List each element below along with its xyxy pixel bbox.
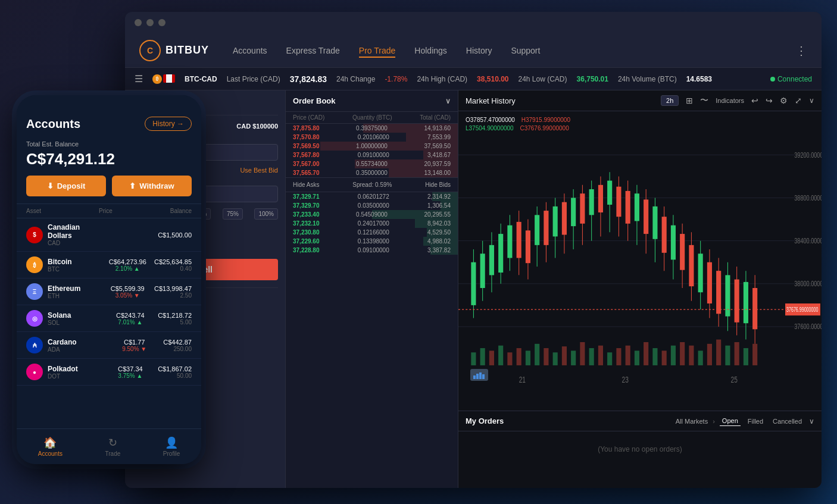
- sol-icon: ◎: [26, 310, 43, 327]
- svg-rect-85: [544, 348, 548, 365]
- nav-pro-trade[interactable]: Pro Trade: [359, 43, 395, 58]
- asset-row-cad[interactable]: $ Canadian Dollars CAD C$1,500.00: [17, 218, 201, 252]
- mobile-app: Accounts History → Total Est. Balance C$…: [17, 95, 201, 464]
- asset-row-btc[interactable]: ₿ Bitcoin BTC C$64,273.96 2.10% ▲ C$25,6…: [17, 252, 201, 278]
- asset-row-sol[interactable]: ◎ Solana SOL C$243.74 7.01% ▲ C$1,218.72…: [17, 305, 201, 332]
- asset-row-ada[interactable]: ₳ Cardano ADA C$1.77 9.50% ▼ C$442.87 25…: [17, 332, 201, 359]
- ask-row[interactable]: 37,570.80 0.20106000 7,553.99: [286, 133, 458, 142]
- bid-row[interactable]: 37,228.80 0.09100000 3,387.82: [286, 246, 458, 255]
- svg-rect-112: [473, 375, 476, 379]
- mobile-bottom-nav: 🏠 Accounts ↻ Trade 👤 Profile: [17, 428, 201, 464]
- maximize-btn[interactable]: [158, 19, 165, 26]
- chart-volume-icon: [470, 369, 488, 381]
- time-2h-btn[interactable]: 2h: [661, 95, 679, 106]
- nav-express-trade[interactable]: Express Trade: [286, 43, 340, 58]
- btc-balance-col: C$25,634.85 0.40: [154, 258, 192, 272]
- indicators-btn[interactable]: Indicators: [716, 97, 744, 104]
- nav-holdings[interactable]: Holdings: [414, 43, 446, 58]
- svg-rect-29: [553, 206, 558, 237]
- dot-balance-col: C$1,867.02 50.00: [158, 365, 192, 379]
- bid-row[interactable]: 37,230.80 0.12166000 4,529.50: [286, 228, 458, 237]
- mobile-withdraw-btn[interactable]: ⬆ Withdraw: [112, 176, 192, 196]
- fullscreen-icon[interactable]: ⤢: [795, 96, 802, 105]
- svg-rect-37: [589, 189, 594, 215]
- bid-row[interactable]: 37,232.10 0.24017000 8,942.03: [286, 219, 458, 228]
- dot-balance: C$1,867.02: [158, 365, 192, 372]
- svg-rect-33: [571, 198, 576, 226]
- bid-row[interactable]: 37,329.70 0.03500000 1,306.54: [286, 201, 458, 210]
- chart-type-icon[interactable]: ⊞: [686, 96, 693, 105]
- mobile-title: Accounts: [26, 117, 80, 131]
- bid-row[interactable]: 37,329.71 0.06201272 2,314.92: [286, 192, 458, 201]
- ada-name: Cardano: [48, 338, 105, 346]
- dot-price-col: C$37.34 3.75% ▲: [103, 365, 158, 379]
- svg-rect-39: [598, 185, 603, 212]
- chart-chevron[interactable]: ∨: [809, 96, 814, 105]
- svg-rect-113: [476, 374, 479, 379]
- hide-bids-btn[interactable]: Hide Bids: [425, 181, 451, 188]
- minimize-btn[interactable]: [146, 19, 154, 26]
- profile-nav-label: Profile: [163, 450, 180, 457]
- hamburger-icon[interactable]: ☰: [135, 73, 143, 84]
- dot-qty: 50.00: [158, 372, 192, 379]
- mobile-nav-accounts[interactable]: 🏠 Accounts: [38, 436, 63, 457]
- nav-accounts[interactable]: Accounts: [233, 43, 267, 58]
- nav-support[interactable]: Support: [511, 43, 540, 58]
- dot-price: C$37.34: [103, 365, 158, 372]
- mobile-nav-trade[interactable]: ↻ Trade: [105, 436, 121, 457]
- svg-text:37676.99000000: 37676.99000000: [786, 306, 818, 314]
- ticker-pair[interactable]: BTC-CAD: [185, 75, 217, 83]
- logo: C BITBUY: [139, 40, 209, 61]
- asset-row-eth[interactable]: Ξ Ethereum ETH C$5,599.39 3.05% ▼ C$13,9…: [17, 278, 201, 305]
- dot-change: 3.75% ▲: [103, 372, 158, 379]
- mobile-deposit-btn[interactable]: ⬇ Deposit: [26, 176, 106, 196]
- order-book-chevron[interactable]: ∨: [445, 97, 451, 105]
- close-btn[interactable]: [135, 19, 142, 26]
- svg-rect-31: [562, 202, 567, 235]
- tab-filled[interactable]: Filled: [745, 417, 766, 426]
- ask-row[interactable]: 37,565.70 0.35000000 13,148.00: [286, 168, 458, 177]
- hide-asks-btn[interactable]: Hide Asks: [293, 181, 319, 188]
- svg-rect-105: [725, 346, 730, 365]
- svg-rect-86: [553, 352, 558, 365]
- undo-icon[interactable]: ↩: [751, 96, 758, 105]
- profile-nav-icon: 👤: [165, 436, 178, 449]
- ob-col-qty: Quantity (BTC): [352, 114, 392, 121]
- nav-more-icon[interactable]: ⋮: [795, 43, 807, 58]
- svg-rect-114: [479, 372, 482, 379]
- ask-row[interactable]: 37,567.00 0.55734000 20,937.59: [286, 159, 458, 168]
- svg-rect-101: [689, 346, 694, 365]
- mobile-nav-profile[interactable]: 👤 Profile: [163, 436, 180, 457]
- btc-ticker: BTC: [48, 266, 101, 273]
- svg-rect-63: [707, 262, 712, 303]
- ask-row[interactable]: 37,569.50 1.00000000 37,569.50: [286, 142, 458, 151]
- svg-rect-27: [544, 211, 548, 245]
- tab-cancelled[interactable]: Cancelled: [770, 417, 804, 426]
- nav-history[interactable]: History: [466, 43, 492, 58]
- svg-text:38000.00000000: 38000.00000000: [794, 280, 822, 288]
- ticker-vol-value: 14.6583: [686, 75, 712, 83]
- redo-icon[interactable]: ↪: [766, 96, 773, 105]
- bid-row[interactable]: 37,233.40 0.54509000 20,295.55: [286, 210, 458, 219]
- orders-chevron[interactable]: ∨: [809, 417, 814, 425]
- nav-items: Accounts Express Trade Pro Trade Holding…: [233, 43, 795, 58]
- bid-row[interactable]: 37,229.60 0.13398000 4,988.02: [286, 237, 458, 246]
- order-book-header: Order Book ∨: [286, 90, 458, 112]
- eth-qty: 2.50: [154, 292, 192, 299]
- svg-rect-87: [562, 346, 567, 365]
- settings-icon[interactable]: ⚙: [780, 96, 788, 105]
- chart-line-icon[interactable]: 〜: [700, 95, 708, 106]
- mobile-balance-section: Total Est. Balance C$74,291.12 ⬇ Deposit…: [17, 136, 201, 204]
- ada-balance: C$442.87: [163, 339, 192, 346]
- tab-open[interactable]: Open: [720, 416, 741, 426]
- all-markets-btn[interactable]: All Markets: [676, 418, 708, 425]
- cad-name: Canadian Dollars: [48, 223, 103, 240]
- pct-75-btn[interactable]: 75%: [223, 208, 243, 220]
- cad-icon: $: [26, 227, 43, 243]
- svg-rect-21: [517, 222, 521, 258]
- ask-row[interactable]: 37,567.80 0.09100000 3,418.67: [286, 151, 458, 159]
- mobile-history-btn[interactable]: History →: [145, 117, 192, 131]
- asset-row-dot[interactable]: ● Polkadot DOT C$37.34 3.75% ▲ C$1,867.0…: [17, 359, 201, 386]
- ask-row[interactable]: 37,875.80 0.39375000 14,913.60: [286, 124, 458, 133]
- pct-100-btn[interactable]: 100%: [254, 208, 278, 220]
